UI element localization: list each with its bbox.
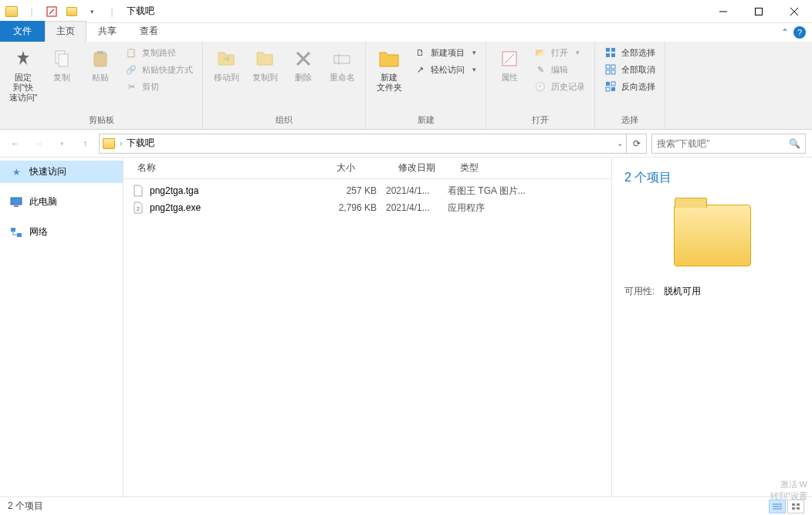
status-bar: 2 个项目	[0, 496, 812, 515]
cut-button[interactable]: ✂剪切	[120, 79, 198, 94]
status-text: 2 个项目	[8, 500, 43, 513]
col-size[interactable]: 大小	[330, 161, 392, 174]
delete-button[interactable]: 删除	[285, 43, 322, 86]
edit-icon: ✎	[534, 63, 546, 76]
ribbon-group-open: 属性 📂打开▾ ✎编辑 🕘历史记录 打开	[486, 42, 595, 129]
ribbon-group-new: 新建 文件夹 🗋新建项目▾ ↗轻松访问▾ 新建	[366, 42, 486, 129]
file-size: 2,796 KB	[324, 202, 386, 213]
maximize-button[interactable]	[741, 0, 776, 23]
copy-button[interactable]: 复制	[43, 43, 80, 86]
copyto-icon	[252, 46, 277, 71]
svg-rect-13	[611, 48, 615, 52]
search-icon[interactable]: 🔍	[789, 138, 800, 149]
tab-file[interactable]: 文件	[0, 21, 45, 42]
preview-pane: 2 个项目 可用性: 脱机可用	[611, 158, 812, 496]
history-icon: 🕘	[534, 80, 546, 93]
paste-button[interactable]: 粘贴	[82, 43, 119, 86]
file-type: 应用程序	[448, 202, 563, 215]
tab-view[interactable]: 查看	[128, 21, 170, 42]
availability-label: 可用性:	[624, 286, 655, 296]
rename-button[interactable]: 重命名	[323, 43, 360, 86]
sidebar-item-thispc[interactable]: 此电脑	[0, 191, 123, 213]
breadcrumb-separator-icon[interactable]: ›	[120, 139, 122, 147]
moveto-icon	[214, 46, 239, 71]
folder-small-icon[interactable]	[63, 3, 80, 20]
ribbon-help: ⌃ ?	[781, 26, 806, 39]
ribbon-tabs: 文件 主页 共享 查看 ⌃ ?	[0, 23, 812, 42]
tab-share[interactable]: 共享	[86, 21, 128, 42]
col-date[interactable]: 修改日期	[392, 161, 454, 174]
open-button[interactable]: 📂打开▾	[529, 45, 590, 60]
edit-button[interactable]: ✎编辑	[529, 62, 590, 77]
svg-rect-32	[792, 503, 795, 506]
newitem-button[interactable]: 🗋新建项目▾	[409, 45, 481, 60]
svg-rect-14	[606, 53, 610, 57]
selectnone-button[interactable]: 全部取消	[600, 62, 660, 77]
group-label: 选择	[600, 113, 660, 129]
file-type: 看图王 TGA 图片...	[448, 185, 563, 198]
breadcrumb[interactable]: 下载吧	[127, 137, 154, 150]
search-input[interactable]	[657, 138, 789, 149]
ribbon-group-organize: 移动到 复制到 删除 重命名 组织	[203, 42, 366, 129]
search-box[interactable]: 🔍	[651, 134, 806, 154]
col-type[interactable]: 类型	[454, 161, 570, 174]
selectall-button[interactable]: 全部选择	[600, 45, 660, 60]
rename-icon	[330, 46, 354, 71]
shortcut-icon: 🔗	[125, 63, 137, 76]
copypath-button[interactable]: 📋复制路径	[120, 45, 198, 60]
newfolder-button[interactable]: 新建 文件夹	[370, 43, 408, 96]
file-row[interactable]: 2 png2tga.exe 2,796 KB 2021/4/1... 应用程序	[123, 199, 611, 216]
window-controls	[705, 0, 812, 23]
refresh-button[interactable]: ⟳	[627, 134, 647, 154]
easyaccess-button[interactable]: ↗轻松访问▾	[409, 62, 481, 77]
history-button[interactable]: 🕘历史记录	[529, 79, 590, 94]
invert-button[interactable]: 反向选择	[600, 79, 660, 94]
svg-rect-22	[606, 87, 610, 91]
view-icons-button[interactable]	[787, 500, 804, 513]
svg-rect-20	[606, 82, 610, 86]
easyaccess-icon: ↗	[414, 63, 426, 76]
copyto-button[interactable]: 复制到	[246, 43, 283, 86]
sidebar: ★ 快速访问 此电脑 网络	[0, 158, 123, 496]
svg-rect-33	[797, 503, 800, 506]
preview-count: 2 个项目	[624, 170, 800, 186]
qat-dropdown-icon[interactable]: ▾	[83, 3, 100, 20]
nav-forward-button[interactable]: →	[29, 134, 48, 153]
invert-icon	[604, 80, 617, 93]
properties-icon[interactable]	[43, 3, 60, 20]
tab-home[interactable]: 主页	[45, 21, 86, 42]
sidebar-item-quickaccess[interactable]: ★ 快速访问	[0, 161, 123, 183]
nav-back-button[interactable]: ←	[6, 134, 25, 153]
svg-rect-21	[611, 82, 615, 86]
ribbon: 固定到"快 速访问" 复制 粘贴 📋复制路径 🔗粘贴快捷方式 ✂剪切 剪贴板 移…	[0, 42, 812, 130]
preview-folder-icon	[674, 205, 751, 266]
col-name[interactable]: 名称	[131, 161, 330, 174]
file-row[interactable]: png2tga.tga 257 KB 2021/4/1... 看图王 TGA 图…	[123, 182, 611, 199]
pin-button[interactable]: 固定到"快 速访问"	[5, 43, 42, 107]
svg-rect-24	[11, 198, 22, 205]
folder-icon	[3, 3, 20, 20]
star-icon: ★	[9, 166, 23, 178]
pasteshortcut-button[interactable]: 🔗粘贴快捷方式	[120, 62, 198, 77]
sidebar-item-network[interactable]: 网络	[0, 221, 123, 243]
nav-up-button[interactable]: ↑	[76, 134, 94, 153]
svg-rect-18	[606, 70, 610, 74]
nav-recent-button[interactable]: ▾	[52, 134, 71, 153]
window-title: 下载吧	[127, 5, 154, 18]
sidebar-item-label: 网络	[29, 225, 48, 239]
file-icon	[131, 185, 145, 197]
svg-rect-12	[606, 48, 610, 52]
close-button[interactable]	[776, 0, 812, 23]
ribbon-collapse-icon[interactable]: ⌃	[781, 27, 789, 38]
address-dropdown-icon[interactable]: ⌄	[617, 139, 623, 147]
properties-icon	[497, 46, 522, 71]
qat-separator: |	[23, 3, 40, 20]
view-details-button[interactable]	[769, 500, 786, 513]
moveto-button[interactable]: 移动到	[208, 43, 245, 86]
address-bar[interactable]: › 下载吧 ⌄	[99, 134, 627, 154]
pc-icon	[9, 196, 23, 208]
svg-rect-34	[792, 507, 795, 510]
minimize-button[interactable]	[705, 0, 741, 23]
properties-button[interactable]: 属性	[491, 43, 528, 86]
help-icon[interactable]: ?	[793, 26, 806, 39]
